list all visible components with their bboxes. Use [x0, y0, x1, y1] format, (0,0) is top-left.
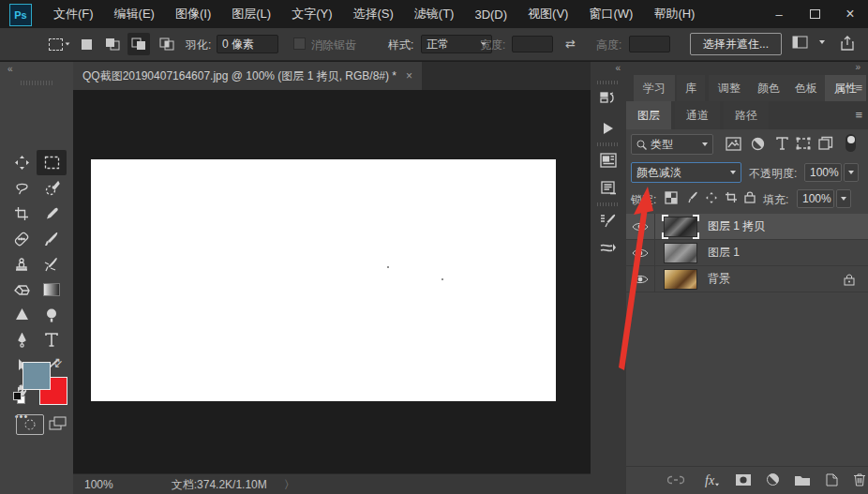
- brushes-panel-button[interactable]: [595, 236, 621, 261]
- new-layer-button[interactable]: [825, 472, 839, 489]
- eyedropper-tool[interactable]: [37, 201, 67, 226]
- layer-name[interactable]: 图层 1 拷贝: [708, 218, 765, 234]
- layers-panel-menu-icon[interactable]: ≡: [855, 108, 862, 122]
- document-tab[interactable]: QQ截图20190407164607.jpg @ 100% (图层 1 拷贝, …: [73, 62, 422, 90]
- lock-position-button[interactable]: [705, 191, 718, 207]
- intersect-selection-mode[interactable]: [156, 33, 178, 55]
- clone-stamp-tool[interactable]: [7, 251, 37, 277]
- lock-transparency-button[interactable]: [665, 191, 678, 207]
- swap-dimensions-icon[interactable]: ⇄: [565, 37, 576, 51]
- menu-image[interactable]: 图像(I): [165, 6, 221, 22]
- new-adjustment-layer-button[interactable]: [766, 472, 780, 489]
- close-button[interactable]: ×: [832, 0, 868, 28]
- tab-adjustments[interactable]: 调整: [709, 75, 750, 101]
- screen-mode-button[interactable]: [47, 414, 69, 433]
- layer-name[interactable]: 背景: [708, 271, 730, 287]
- tab-layers[interactable]: 图层: [626, 101, 671, 129]
- menu-edit[interactable]: 编辑(E): [104, 6, 165, 22]
- quick-mask-button[interactable]: [16, 414, 44, 435]
- layer-row-copy[interactable]: 图层 1 拷贝: [626, 214, 868, 240]
- quick-selection-tool[interactable]: [37, 175, 67, 201]
- menu-select[interactable]: 选择(S): [342, 6, 403, 22]
- blend-mode-dropdown[interactable]: 颜色减淡: [631, 162, 741, 183]
- actions-panel-button[interactable]: [595, 116, 621, 141]
- lock-all-button[interactable]: [744, 190, 756, 206]
- menu-file[interactable]: 文件(F): [43, 6, 104, 22]
- spot-healing-brush-tool[interactable]: [7, 226, 37, 251]
- layer-filter-type-dropdown[interactable]: 类型: [631, 134, 713, 155]
- lasso-tool[interactable]: [7, 175, 37, 201]
- tab-swatches[interactable]: 色板: [787, 75, 825, 101]
- visibility-toggle[interactable]: [626, 214, 655, 239]
- add-layer-mask-button[interactable]: [735, 473, 752, 489]
- tab-close-icon[interactable]: ×: [406, 69, 412, 82]
- fill-scrubber[interactable]: [836, 189, 851, 208]
- fill-input[interactable]: 100%: [797, 189, 834, 208]
- menu-view[interactable]: 视图(V): [517, 6, 578, 22]
- tab-color[interactable]: 颜色: [750, 75, 787, 101]
- tab-learn[interactable]: 学习: [634, 75, 675, 101]
- menu-type[interactable]: 文字(Y): [281, 6, 342, 22]
- pen-tool[interactable]: [7, 327, 37, 352]
- opacity-scrubber[interactable]: [844, 163, 859, 182]
- layer-thumbnail[interactable]: [664, 217, 697, 237]
- tab-libraries[interactable]: 库: [677, 75, 705, 101]
- gradient-tool[interactable]: [37, 277, 67, 302]
- menu-3d[interactable]: 3D(D): [464, 7, 517, 22]
- collapse-toolbar-icon[interactable]: «: [7, 64, 13, 74]
- rectangular-marquee-tool[interactable]: [37, 150, 67, 175]
- opacity-input[interactable]: 100%: [804, 163, 842, 182]
- layer-thumbnail[interactable]: [664, 243, 697, 263]
- brush-settings-panel-button[interactable]: [595, 208, 621, 232]
- subtract-from-selection-mode[interactable]: [127, 33, 150, 55]
- menu-help[interactable]: 帮助(H): [643, 6, 705, 22]
- delete-layer-button[interactable]: [853, 472, 866, 489]
- chevron-down-icon[interactable]: [819, 40, 825, 44]
- panel-menu-icon[interactable]: ≡: [855, 81, 862, 95]
- layer-name[interactable]: 图层 1: [708, 245, 740, 261]
- foreground-color-swatch[interactable]: [22, 362, 51, 390]
- new-selection-mode[interactable]: [75, 33, 97, 55]
- layer-row-background[interactable]: 背景: [626, 266, 868, 292]
- move-tool[interactable]: [7, 150, 37, 175]
- link-layers-button[interactable]: [667, 474, 684, 487]
- layer-style-button[interactable]: fx: [705, 473, 720, 488]
- antialias-checkbox[interactable]: [293, 37, 306, 50]
- filter-adjustment-layers-button[interactable]: [751, 137, 765, 154]
- tab-paths[interactable]: 路径: [724, 101, 769, 129]
- collapse-panels-icon[interactable]: »: [855, 62, 861, 72]
- workspace-panel-icon[interactable]: [792, 36, 808, 49]
- history-brush-tool[interactable]: [37, 251, 67, 277]
- zoom-level-field[interactable]: 100%: [84, 478, 113, 491]
- eraser-tool[interactable]: [7, 277, 37, 302]
- lock-artboard-button[interactable]: [725, 191, 738, 206]
- character-panel-button[interactable]: [595, 148, 621, 172]
- image-canvas[interactable]: [91, 159, 556, 401]
- width-input[interactable]: [512, 36, 553, 52]
- add-to-selection-mode[interactable]: [101, 33, 124, 55]
- dodge-tool[interactable]: [37, 302, 67, 327]
- layer-thumbnail[interactable]: [664, 269, 697, 290]
- feather-input[interactable]: 0 像素: [217, 35, 278, 53]
- visibility-toggle[interactable]: [626, 266, 655, 292]
- blur-tool[interactable]: [7, 302, 37, 327]
- canvas-area[interactable]: [73, 90, 591, 473]
- expand-dock-icon[interactable]: «: [615, 63, 621, 73]
- new-group-button[interactable]: [794, 473, 811, 489]
- history-panel-button[interactable]: [595, 86, 621, 111]
- status-chevron-icon[interactable]: 〉: [284, 477, 295, 493]
- layer-row-1[interactable]: 图层 1: [626, 240, 868, 266]
- select-and-mask-button[interactable]: 选择并遮住...: [690, 33, 782, 55]
- menu-layer[interactable]: 图层(L): [221, 6, 281, 22]
- minimize-button[interactable]: –: [761, 0, 797, 28]
- share-button[interactable]: [840, 35, 855, 54]
- lock-pixels-button[interactable]: [686, 191, 698, 206]
- menu-window[interactable]: 窗口(W): [578, 6, 643, 22]
- filter-pixel-layers-button[interactable]: [726, 137, 741, 154]
- crop-tool[interactable]: [7, 201, 37, 226]
- filter-type-layers-button[interactable]: [775, 137, 789, 150]
- layer-filtering-toggle[interactable]: [846, 134, 856, 152]
- type-tool[interactable]: [37, 327, 67, 352]
- paragraph-panel-button[interactable]: [595, 176, 621, 201]
- maximize-button[interactable]: [797, 0, 832, 28]
